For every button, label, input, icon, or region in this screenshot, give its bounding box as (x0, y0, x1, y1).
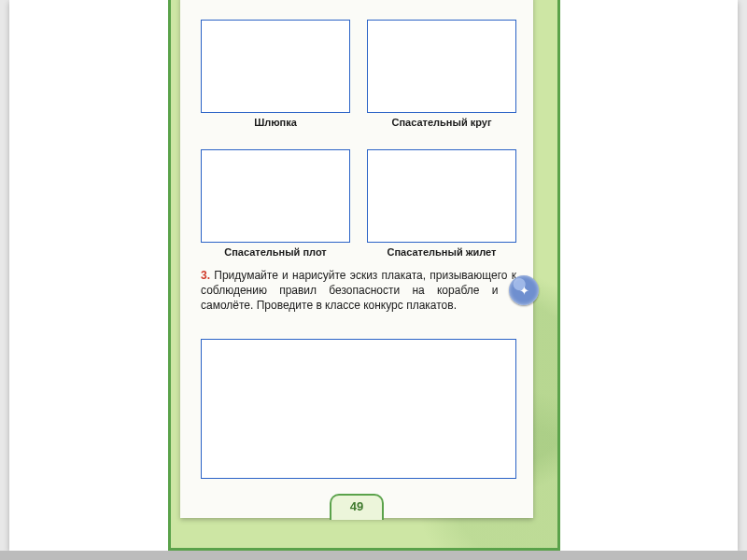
caption-lifeboat: Шлюпка (201, 117, 350, 128)
workbook-page-frame: Шлюпка Спасательный круг Спасательный пл… (168, 0, 560, 551)
page-paper: Шлюпка Спасательный круг Спасательный пл… (180, 0, 533, 518)
task-paragraph: 3. Придумайте и нарисуйте эскиз плаката,… (201, 268, 516, 314)
slide-canvas: Шлюпка Спасательный круг Спасательный пл… (9, 0, 738, 551)
presentation-footer-bar (0, 551, 747, 560)
drawing-box-liferaft (201, 149, 350, 243)
page-number-badge: 49 (330, 494, 384, 520)
activity-badge-icon: ✦ (509, 275, 539, 305)
drawing-box-lifeboat (201, 20, 350, 113)
caption-lifebuoy: Спасательный круг (367, 117, 516, 128)
task-text: Придумайте и нарисуйте эскиз плаката, пр… (201, 269, 516, 312)
drawing-box-lifebuoy (367, 20, 516, 113)
star-icon: ✦ (519, 284, 529, 298)
caption-liferaft: Спасательный плот (201, 246, 350, 258)
caption-lifejacket: Спасательный жилет (367, 246, 516, 258)
poster-sketch-box (201, 339, 516, 479)
drawing-box-lifejacket (367, 149, 516, 243)
task-number: 3. (201, 269, 210, 282)
